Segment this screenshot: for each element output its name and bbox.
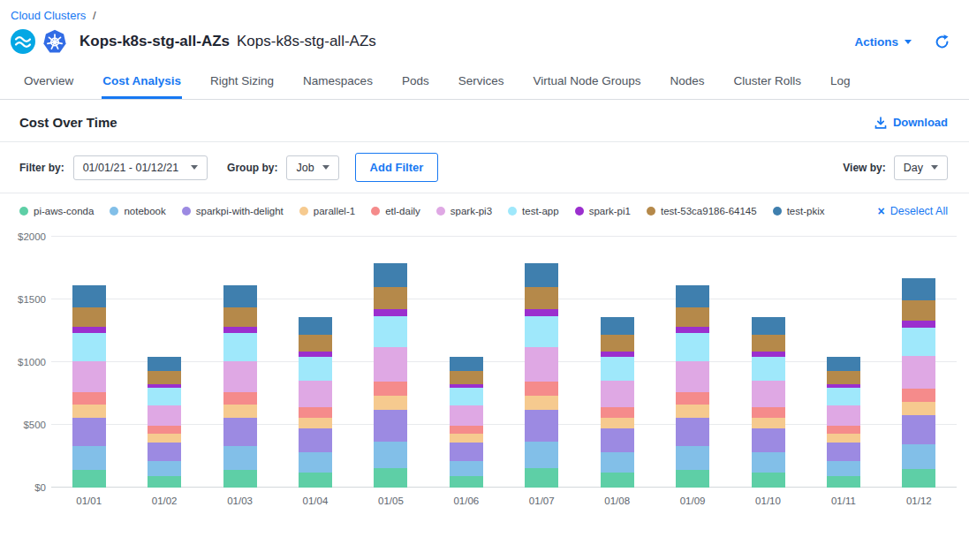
- bar-01/11[interactable]: [827, 237, 860, 488]
- bar-segment-test-53ca9186-64145[interactable]: [752, 335, 785, 352]
- bar-segment-sparkpi-with-delight[interactable]: [827, 443, 860, 461]
- tab-virtual-node-groups[interactable]: Virtual Node Groups: [532, 63, 641, 99]
- bar-segment-sparkpi-with-delight[interactable]: [752, 428, 785, 453]
- tab-namespaces[interactable]: Namespaces: [302, 63, 374, 99]
- bar-segment-spark-pi1[interactable]: [223, 327, 257, 333]
- bar-01/05[interactable]: [374, 237, 407, 488]
- view-by-dropdown[interactable]: Day: [894, 155, 948, 180]
- tab-nodes[interactable]: Nodes: [670, 63, 706, 99]
- bar-segment-test-app[interactable]: [827, 388, 860, 405]
- actions-button[interactable]: Actions: [854, 35, 912, 49]
- bar-segment-test-pkix[interactable]: [525, 263, 558, 287]
- legend-item-spark-pi3[interactable]: spark-pi3: [436, 206, 492, 216]
- bar-segment-spark-pi3[interactable]: [827, 405, 860, 426]
- bar-segment-spark-pi1[interactable]: [525, 309, 558, 316]
- tab-overview[interactable]: Overview: [23, 63, 74, 99]
- bar-segment-etl-daily[interactable]: [374, 382, 407, 396]
- bar-segment-pi-aws-conda[interactable]: [676, 470, 709, 488]
- bar-segment-notebook[interactable]: [752, 452, 785, 473]
- bar-segment-test-pkix[interactable]: [827, 357, 860, 371]
- bar-segment-test-53ca9186-64145[interactable]: [374, 287, 407, 309]
- bar-segment-test-pkix[interactable]: [676, 285, 709, 306]
- refresh-icon[interactable]: [935, 34, 950, 49]
- bar-segment-parallel-1[interactable]: [752, 418, 785, 428]
- bar-segment-pi-aws-conda[interactable]: [374, 468, 407, 488]
- tab-pods[interactable]: Pods: [401, 63, 430, 99]
- bar-segment-sparkpi-with-delight[interactable]: [676, 418, 709, 447]
- tab-cost-analysis[interactable]: Cost Analysis: [102, 63, 182, 99]
- bar-01/07[interactable]: [525, 237, 558, 488]
- bar-segment-test-pkix[interactable]: [299, 317, 332, 335]
- bar-segment-etl-daily[interactable]: [223, 392, 257, 405]
- bar-segment-sparkpi-with-delight[interactable]: [902, 415, 935, 445]
- bar-segment-parallel-1[interactable]: [676, 405, 709, 417]
- bar-segment-test-app[interactable]: [148, 388, 181, 405]
- bar-segment-test-53ca9186-64145[interactable]: [902, 300, 935, 322]
- bar-01/09[interactable]: [676, 237, 709, 488]
- bar-01/04[interactable]: [299, 237, 332, 488]
- bar-segment-spark-pi3[interactable]: [72, 361, 106, 393]
- bar-segment-test-53ca9186-64145[interactable]: [148, 371, 181, 384]
- legend-item-test-53ca9186-64145[interactable]: test-53ca9186-64145: [647, 206, 757, 216]
- bar-segment-etl-daily[interactable]: [72, 392, 106, 405]
- bar-segment-test-53ca9186-64145[interactable]: [601, 335, 634, 352]
- bar-segment-spark-pi1[interactable]: [374, 309, 407, 316]
- bar-segment-spark-pi3[interactable]: [525, 347, 558, 382]
- tab-cluster-rolls[interactable]: Cluster Rolls: [733, 63, 803, 99]
- bar-segment-notebook[interactable]: [902, 444, 935, 469]
- bar-segment-sparkpi-with-delight[interactable]: [72, 418, 106, 447]
- legend-item-notebook[interactable]: notebook: [110, 206, 165, 216]
- group-by-dropdown[interactable]: Job: [286, 155, 338, 180]
- legend-item-etl-daily[interactable]: etl-daily: [371, 206, 420, 216]
- tab-services[interactable]: Services: [458, 63, 505, 99]
- bar-segment-test-pkix[interactable]: [752, 317, 785, 335]
- tab-log[interactable]: Log: [829, 63, 852, 99]
- bar-segment-sparkpi-with-delight[interactable]: [374, 410, 407, 442]
- bar-segment-parallel-1[interactable]: [601, 418, 634, 428]
- bar-segment-etl-daily[interactable]: [676, 392, 709, 405]
- bar-segment-notebook[interactable]: [450, 461, 483, 476]
- bar-segment-parallel-1[interactable]: [902, 402, 935, 415]
- bar-segment-test-app[interactable]: [676, 333, 709, 360]
- bar-segment-spark-pi3[interactable]: [450, 405, 483, 426]
- bar-segment-etl-daily[interactable]: [299, 407, 332, 418]
- bar-segment-pi-aws-conda[interactable]: [601, 473, 634, 488]
- bar-segment-notebook[interactable]: [223, 446, 257, 470]
- bar-segment-etl-daily[interactable]: [601, 407, 634, 418]
- bar-segment-test-app[interactable]: [450, 388, 483, 405]
- bar-segment-etl-daily[interactable]: [827, 426, 860, 434]
- bar-segment-spark-pi1[interactable]: [72, 327, 106, 333]
- bar-segment-pi-aws-conda[interactable]: [148, 476, 181, 488]
- bar-segment-test-app[interactable]: [299, 357, 332, 380]
- legend-item-pi-aws-conda[interactable]: pi-aws-conda: [19, 206, 94, 216]
- bar-segment-parallel-1[interactable]: [72, 405, 106, 417]
- bar-segment-sparkpi-with-delight[interactable]: [148, 443, 181, 461]
- bar-segment-pi-aws-conda[interactable]: [525, 468, 558, 488]
- bar-segment-spark-pi3[interactable]: [148, 405, 181, 426]
- bar-segment-test-app[interactable]: [752, 357, 785, 380]
- legend-item-test-app[interactable]: test-app: [508, 206, 559, 216]
- bar-01/01[interactable]: [72, 237, 106, 488]
- bar-segment-test-53ca9186-64145[interactable]: [223, 307, 257, 328]
- bar-segment-sparkpi-with-delight[interactable]: [601, 428, 634, 453]
- bar-segment-etl-daily[interactable]: [752, 407, 785, 418]
- bar-segment-notebook[interactable]: [374, 442, 407, 468]
- bar-segment-test-app[interactable]: [902, 328, 935, 356]
- bar-segment-etl-daily[interactable]: [525, 382, 558, 396]
- bar-segment-parallel-1[interactable]: [223, 405, 257, 417]
- bar-segment-etl-daily[interactable]: [148, 426, 181, 434]
- bar-segment-test-pkix[interactable]: [902, 278, 935, 300]
- bar-segment-test-pkix[interactable]: [601, 317, 634, 335]
- bar-segment-spark-pi3[interactable]: [676, 361, 709, 393]
- bar-segment-spark-pi3[interactable]: [752, 381, 785, 407]
- legend-item-parallel-1[interactable]: parallel-1: [299, 206, 355, 216]
- bar-segment-parallel-1[interactable]: [148, 434, 181, 442]
- bar-segment-test-pkix[interactable]: [148, 357, 181, 371]
- bar-segment-notebook[interactable]: [827, 461, 860, 476]
- bar-segment-test-app[interactable]: [525, 316, 558, 347]
- bar-segment-spark-pi3[interactable]: [223, 361, 257, 393]
- bar-segment-test-app[interactable]: [374, 316, 407, 347]
- bar-segment-etl-daily[interactable]: [450, 426, 483, 434]
- bar-segment-test-pkix[interactable]: [450, 357, 483, 371]
- bar-segment-test-53ca9186-64145[interactable]: [450, 371, 483, 384]
